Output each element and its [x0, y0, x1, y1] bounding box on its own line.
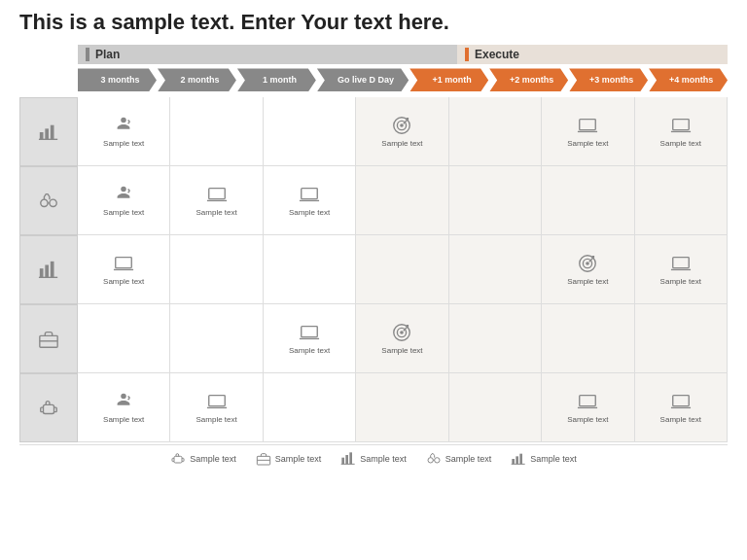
svg-point-45: [428, 458, 433, 463]
cell-label-4-0: Sample text: [103, 415, 144, 424]
cell-label-2-6: Sample text: [660, 277, 701, 286]
svg-rect-43: [350, 453, 353, 465]
svg-point-16: [401, 124, 405, 128]
timeline-arrow-orange-0: +1 month: [409, 68, 488, 91]
cell-label-0-5: Sample text: [567, 139, 608, 148]
phase-plan-label: Plan: [78, 45, 457, 64]
grid-cell-2-3: [356, 235, 448, 303]
svg-rect-2: [51, 125, 54, 140]
legend-label-4: Sample text: [530, 454, 577, 464]
svg-rect-49: [520, 454, 523, 465]
grid-row-3: Sample textSample text: [78, 304, 728, 373]
legend-label-3: Sample text: [445, 454, 492, 464]
grid-cell-3-3: Sample text: [356, 304, 448, 372]
svg-rect-47: [513, 459, 516, 464]
sidebar-cell-0: [19, 97, 78, 166]
cell-label-3-3: Sample text: [381, 346, 422, 355]
sidebar-cell-3: [19, 304, 78, 373]
page-title: This is a sample text. Enter Your text h…: [19, 10, 728, 35]
grid-cell-3-1: [170, 304, 263, 372]
svg-rect-42: [346, 455, 349, 464]
grid-cell-2-0: Sample text: [78, 235, 170, 303]
grid-cell-0-3: Sample text: [356, 97, 448, 165]
cell-label-0-3: Sample text: [381, 139, 422, 148]
grid-cell-2-1: [170, 235, 263, 303]
timeline-arrow-orange-2: +3 months: [569, 68, 648, 91]
grid-cell-3-0: [78, 304, 170, 372]
grid-cell-0-6: Sample text: [635, 97, 728, 165]
grid-cell-0-2: [264, 97, 356, 165]
svg-rect-48: [516, 457, 519, 465]
legend-item-1: Sample text: [256, 451, 322, 467]
grid-cell-0-0: Sample text: [78, 97, 170, 165]
svg-rect-0: [40, 132, 44, 139]
svg-rect-41: [342, 458, 345, 465]
svg-point-34: [121, 394, 126, 400]
grid-cell-1-3: [356, 166, 448, 234]
grid-cell-2-4: [449, 235, 542, 303]
timeline-arrow-gray-0: 3 months: [78, 68, 157, 91]
grid-cell-1-4: [449, 166, 542, 234]
grid-row-4: Sample textSample textSample textSample …: [78, 373, 728, 442]
grid-cell-3-2: Sample text: [264, 304, 356, 372]
svg-rect-21: [208, 189, 225, 199]
grid-cell-4-2: [264, 373, 356, 441]
cell-label-4-6: Sample text: [660, 415, 701, 424]
svg-rect-28: [672, 258, 689, 268]
cell-label-1-0: Sample text: [103, 208, 144, 217]
svg-rect-6: [40, 268, 44, 277]
timeline-arrow-orange-1: +2 months: [489, 68, 568, 91]
grid-cell-0-1: [170, 97, 263, 165]
cell-label-2-5: Sample text: [567, 277, 608, 286]
timeline-arrow-gray-1: 2 months: [158, 68, 236, 91]
svg-rect-23: [116, 258, 132, 268]
grid-cell-3-6: [635, 304, 728, 372]
phase-execute-label: Execute: [457, 45, 728, 64]
grid-row-0: Sample textSample textSample textSample …: [78, 97, 728, 166]
grid-cell-1-1: Sample text: [170, 166, 263, 234]
svg-point-13: [121, 118, 126, 123]
grid-cell-2-2: [264, 235, 356, 303]
svg-point-20: [121, 187, 126, 192]
svg-rect-1: [45, 128, 49, 139]
cell-label-4-1: Sample text: [196, 415, 237, 424]
legend-item-2: Sample text: [340, 451, 407, 467]
timeline-arrow-gray-2: 1 month: [237, 68, 316, 91]
cell-label-3-2: Sample text: [289, 346, 330, 355]
grid-cell-4-6: Sample text: [635, 373, 728, 441]
legend-label-2: Sample text: [360, 454, 407, 464]
grid-cell-4-4: [449, 373, 542, 441]
legend-label-1: Sample text: [275, 454, 322, 464]
grid-cell-4-1: Sample text: [170, 373, 263, 441]
grid-cell-4-3: [356, 373, 448, 441]
sidebar-cell-1: [19, 166, 78, 235]
timeline-arrow-gray-3: Go live D Day: [317, 68, 409, 91]
svg-rect-18: [580, 120, 596, 130]
cell-label-1-2: Sample text: [289, 208, 330, 217]
grid-cell-4-0: Sample text: [78, 373, 170, 441]
legend-label-0: Sample text: [190, 454, 236, 464]
svg-rect-12: [44, 404, 54, 413]
cell-label-1-1: Sample text: [196, 208, 237, 217]
grid-row-2: Sample textSample textSample text: [78, 235, 728, 304]
svg-point-46: [434, 458, 439, 463]
svg-point-32: [401, 332, 405, 335]
svg-rect-22: [302, 189, 318, 199]
grid-cell-1-0: Sample text: [78, 166, 170, 234]
svg-rect-36: [580, 396, 596, 406]
grid-cell-3-4: [449, 304, 542, 372]
grid-cell-1-6: [635, 166, 728, 234]
sidebar-cell-2: [19, 235, 78, 304]
cell-label-4-5: Sample text: [567, 415, 608, 424]
svg-point-26: [586, 262, 589, 266]
sidebar-cell-4: [19, 373, 78, 442]
grid-cell-2-5: Sample text: [542, 235, 634, 303]
svg-rect-8: [51, 262, 54, 278]
svg-rect-19: [672, 120, 689, 130]
grid-cell-1-5: [542, 166, 634, 234]
grid-cell-0-4: [449, 97, 542, 165]
grid-row-1: Sample textSample textSample text: [78, 166, 728, 235]
svg-rect-37: [672, 396, 689, 406]
svg-point-4: [41, 199, 48, 206]
svg-rect-29: [302, 327, 318, 337]
